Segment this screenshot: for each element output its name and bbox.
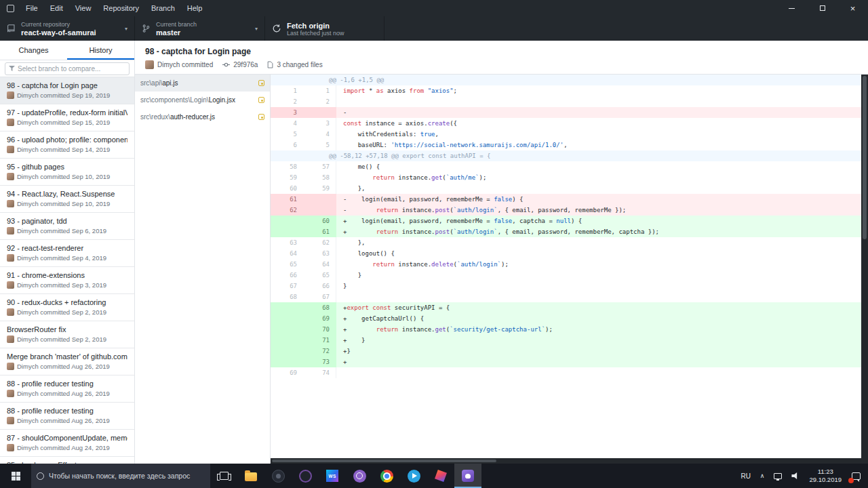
old-line-number [271,313,303,324]
start-button[interactable] [0,464,31,488]
file-item[interactable]: src\components\Login\Login.jsx [135,92,270,108]
display-tray-icon[interactable] [769,464,787,488]
avatar [7,308,14,316]
menu-item-help[interactable]: Help [181,0,209,16]
commit-list-item[interactable]: 96 - upload photo; profile: componentD..… [0,131,134,159]
old-line-number [271,226,303,237]
main-panel: 98 - captcha for Login page Dimych commi… [135,41,868,464]
old-line-number [271,346,303,357]
old-line-number: 68 [271,291,303,302]
dark-browser-1-icon[interactable] [264,464,292,488]
commit-list-item[interactable]: 93 - paginator, tddDimych committed Sep … [0,213,134,240]
menu-item-repository[interactable]: Repository [97,0,145,16]
task-view-button[interactable] [210,464,237,488]
tray-chevron-up-icon[interactable]: ∧ [755,464,770,488]
sidebar: Changes History 98 - captcha for Login p… [0,41,135,464]
fetch-origin-button[interactable]: Fetch origin Last fetched just now [265,16,384,41]
current-repository-dropdown[interactable]: Current repository react-way-of-samurai … [0,16,135,41]
code-text: - return instance.post(`auth/login`, { e… [336,205,868,216]
avatar [7,119,14,126]
taskbar-search-input[interactable] [49,472,205,480]
menu-item-view[interactable]: View [69,0,98,16]
file-name: api.js [162,79,178,87]
minimize-icon [789,8,795,9]
code-text: + [336,357,868,367]
old-line-number: 3 [271,107,303,118]
commit-list-item[interactable]: 97 - updateProfile, redux-form initialVa… [0,104,134,131]
code-text [336,291,868,302]
webstorm-icon[interactable]: WS [319,464,346,488]
fetch-sublabel: Last fetched just now [287,30,377,37]
commit-list-item[interactable]: 88 - profile reducer testingDimych commi… [0,375,134,403]
file-item[interactable]: src\api\api.js [135,75,270,92]
taskbar-search[interactable] [31,464,210,488]
old-line-number: 64 [271,248,303,259]
avatar [145,60,154,69]
old-line-number [271,324,303,335]
commit-list-item[interactable]: Merge branch 'master' of github.com:it-.… [0,348,134,375]
new-line-number: 61 [303,226,336,237]
diff-view: @@ -1,6 +1,5 @@11import * as axios from … [271,75,868,464]
menu-item-edit[interactable]: Edit [44,0,69,16]
commit-item-meta: Dimych committed Sep 10, 2019 [17,173,110,180]
commit-item-title: Merge branch 'master' of github.com:it-.… [7,352,127,361]
diff-line: 6564 return instance.delete(`auth/login`… [271,259,868,270]
commit-item-meta: Dimych committed Sep 6, 2019 [17,227,106,235]
commit-list-item[interactable]: 95 - github pagesDimych committed Sep 10… [0,159,134,186]
code-text [336,367,868,378]
diff-line: 6766} [271,281,868,291]
volume-icon[interactable] [787,464,804,488]
toolbar: Current repository react-way-of-samurai … [0,16,868,41]
desktop: FileEditViewRepositoryBranchHelp × Curre… [0,0,868,488]
clock[interactable]: 11:23 29.10.2019 [804,468,847,484]
commit-meta: Dimych committed 29f976a 3 changed files [145,60,858,69]
hunk-header-text: @@ -58,12 +57,18 @@ export const authAPI… [271,150,490,161]
commit-list-item[interactable]: 92 - react-test-rendererDimych committed… [0,240,134,267]
chrome-icon[interactable] [373,464,400,488]
diff-line: 62- return instance.post(`auth/login`, {… [271,205,868,216]
menu-item-file[interactable]: File [20,0,44,16]
commit-list-item[interactable]: BrowserRouter fixDimych committed Sep 2,… [0,321,134,348]
repository-name: react-way-of-samurai [21,28,121,37]
tab-history[interactable]: History [67,41,134,60]
commit-list-item[interactable]: 85 - hooks: useEffect [0,457,134,464]
maximize-button[interactable] [807,0,837,16]
telegram-icon[interactable] [400,464,427,488]
file-explorer-icon[interactable] [237,464,264,488]
tab-changes[interactable]: Changes [0,41,67,60]
branch-filter-input[interactable] [18,65,125,73]
diff-line: 61- login(email, password, rememberMe = … [271,194,868,205]
old-line-number: 2 [271,96,303,107]
old-line-number: 59 [271,172,303,183]
current-branch-dropdown[interactable]: Current branch master ▾ [135,16,265,41]
notification-center-icon[interactable] [847,464,865,488]
new-line-number: 4 [303,129,336,140]
commit-list-item[interactable]: 91 - chrome-extensionsDimych committed S… [0,267,134,294]
old-line-number: 66 [271,270,303,281]
commit-item-title: 95 - github pages [7,163,127,171]
viber-icon[interactable] [346,464,373,488]
commit-list-item[interactable]: 87 - shouldComponentUpdate, memo, ...Dim… [0,430,134,457]
content: Changes History 98 - captcha for Login p… [0,41,868,464]
diff-line: 72+} [271,346,868,357]
language-indicator[interactable]: RU [736,464,755,488]
sync-icon [272,24,281,33]
commit-list: 98 - captcha for Login pageDimych commit… [0,77,134,464]
old-line-number: 62 [271,205,303,216]
jetbrains-ide-icon[interactable] [427,464,454,488]
new-line-number: 72 [303,346,336,357]
taskbar: WS RU ∧ 11:23 29.10.2019 [0,464,868,488]
commit-list-item[interactable]: 94 - React.lazy, React.SuspenseDimych co… [0,186,134,213]
github-desktop-icon[interactable] [454,464,481,488]
horizontal-scrollbar-thumb[interactable] [272,460,496,462]
system-tray: RU ∧ 11:23 29.10.2019 [736,464,868,488]
menu-item-branch[interactable]: Branch [145,0,181,16]
dark-browser-2-icon[interactable] [292,464,319,488]
file-item[interactable]: src\redux\auth-reducer.js [135,108,270,125]
close-button[interactable]: × [837,0,868,16]
minimize-button[interactable] [776,0,807,16]
vertical-scrollbar-thumb[interactable] [863,76,867,239]
commit-list-item[interactable]: 98 - captcha for Login pageDimych commit… [0,77,134,104]
commit-list-item[interactable]: 90 - redux-ducks + refactoringDimych com… [0,294,134,321]
commit-list-item[interactable]: 88 - profile reducer testingDimych commi… [0,403,134,430]
